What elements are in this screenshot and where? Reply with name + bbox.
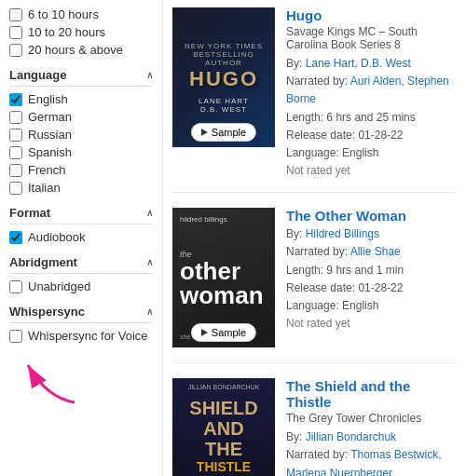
book-card-other-woman: hildred billings the otherwoman she is b… [172,208,457,363]
abridgment-section-title: Abridgment [9,255,77,269]
lang-english[interactable]: English [9,92,153,106]
whispersync-section-header: Whispersync ∧ [9,305,153,323]
abridgment-section: Abridgment ∧ Unabridged [9,255,153,293]
other-woman-info: The Other Woman By: Hildred Billings Nar… [286,208,457,347]
lang-german-checkbox[interactable] [9,111,22,124]
duration-20-plus[interactable]: 20 hours & above [9,43,153,57]
shield-title[interactable]: The Shield and the Thistle [286,378,457,410]
whispersync-section: Whispersync ∧ Whispersync for Voice [9,305,153,412]
language-section-header: Language ∧ [9,68,153,87]
duration-20-plus-label[interactable]: 20 hours & above [28,43,123,57]
other-woman-narrator-link[interactable]: Allie Shae [350,245,401,258]
other-main-title: otherwoman [180,259,267,307]
duration-6-10[interactable]: 6 to 10 hours [9,7,153,21]
hugo-release-line: Release date: 01-28-22 [286,127,457,144]
other-author-top: hildred billings [180,215,267,224]
book-cover-hugo: NEW YORK TIMES BESTSELLING AUTHOR HUGO L… [172,7,275,147]
language-section-title: Language [9,68,66,82]
whispersync-voice-label[interactable]: Whispersync for Voice [28,329,148,343]
duration-6-10-checkbox[interactable] [9,8,22,21]
format-section: Format ∧ Audiobook [9,206,153,244]
shield-info: The Shield and the Thistle The Grey Towe… [286,378,457,476]
other-woman-language-line: Language: English [286,297,457,315]
abridgment-unabridged-label[interactable]: Unabridged [28,279,90,293]
lang-italian[interactable]: Italian [9,181,153,195]
arrow-annotation [9,347,153,412]
hugo-series-cover-text: NEW YORK TIMES BESTSELLING AUTHOR [180,42,267,67]
hugo-sample-label: Sample [212,127,246,138]
hugo-sample-button[interactable]: Sample [191,123,256,142]
other-woman-narrator-line: Narrated by: Allie Shae [286,243,457,261]
lang-spanish[interactable]: Spanish [9,145,153,159]
hugo-series: Savage Kings MC – South Carolina Book Se… [286,25,457,51]
whispersync-chevron-icon: ∧ [146,306,153,317]
shield-meta: By: Jillian Bondarchuk Narrated by: Thom… [286,428,457,476]
hugo-rating: Not rated yet [286,164,457,177]
language-chevron-icon: ∧ [146,70,153,80]
hugo-title-cover: HUGO [189,67,258,91]
duration-6-10-label[interactable]: 6 to 10 hours [28,7,99,21]
other-woman-length-line: Length: 9 hrs and 1 min [286,262,457,279]
lang-french-label[interactable]: French [28,163,65,177]
shield-author-line: By: Jillian Bondarchuk [286,428,457,446]
abridgment-chevron-icon: ∧ [146,257,153,267]
shield-narrator-line: Narrated by: Thomas Bestwick, Marlena Nu… [286,446,457,476]
shield-series: The Grey Tower Chronicles [286,412,457,425]
whispersync-voice-checkbox[interactable] [9,330,22,343]
book-cover-other-woman: hildred billings the otherwoman she is b… [172,208,275,347]
hugo-author-cover: LANE HARTD.B. WEST [199,97,249,114]
lang-russian-checkbox[interactable] [9,129,22,142]
other-woman-meta: By: Hildred Billings Narrated by: Allie … [286,225,457,315]
lang-spanish-checkbox[interactable] [9,146,22,159]
shield-narrator-link[interactable]: Thomas Bestwick, Marlena Nuernberger [286,448,442,476]
abridgment-unabridged[interactable]: Unabridged [9,279,153,293]
hugo-author-link[interactable]: Lane Hart, D.B. West [306,57,411,70]
duration-10-20-label[interactable]: 10 to 20 hours [28,25,105,39]
play-icon [201,129,208,136]
format-audiobook[interactable]: Audiobook [9,230,153,244]
whispersync-voice[interactable]: Whispersync for Voice [9,329,153,343]
book-list: NEW YORK TIMES BESTSELLING AUTHOR HUGO L… [163,0,466,476]
lang-english-label[interactable]: English [28,92,68,106]
hugo-title[interactable]: Hugo [286,7,457,23]
lang-french-checkbox[interactable] [9,164,22,177]
other-woman-sample-button[interactable]: Sample [191,323,256,342]
other-woman-author-link[interactable]: Hildred Billings [306,227,379,240]
hugo-language-line: Language: English [286,144,457,162]
book-card-hugo: NEW YORK TIMES BESTSELLING AUTHOR HUGO L… [172,7,457,193]
whispersync-section-title: Whispersync [9,305,85,319]
duration-20-plus-checkbox[interactable] [9,44,22,57]
lang-italian-label[interactable]: Italian [28,181,61,195]
hugo-author-line: By: Lane Hart, D.B. West [286,55,457,73]
lang-german[interactable]: German [9,110,153,124]
hugo-narrator-line: Narrated by: Auri Alden, Stephen Borne [286,73,457,108]
other-woman-title[interactable]: The Other Woman [286,208,457,224]
duration-section: 6 to 10 hours 10 to 20 hours 20 hours & … [9,7,153,57]
lang-spanish-label[interactable]: Spanish [28,145,72,159]
hugo-length-line: Length: 6 hrs and 25 mins [286,109,457,127]
lang-english-checkbox[interactable] [9,93,22,106]
language-section: Language ∧ English German Russian Spanis… [9,68,153,195]
lang-russian-label[interactable]: Russian [28,128,72,142]
duration-10-20[interactable]: 10 to 20 hours [9,25,153,39]
format-section-title: Format [9,206,50,220]
format-audiobook-checkbox[interactable] [9,231,22,244]
format-chevron-icon: ∧ [146,208,153,218]
abridgment-section-header: Abridgment ∧ [9,255,153,274]
lang-russian[interactable]: Russian [9,128,153,142]
shield-title-cover: SHIELDANDTHE [189,398,257,459]
lang-german-label[interactable]: German [28,110,72,124]
main-container: 6 to 10 hours 10 to 20 hours 20 hours & … [0,0,466,476]
duration-10-20-checkbox[interactable] [9,26,22,39]
play-icon-2 [201,329,208,336]
shield-author-link[interactable]: Jillian Bondarchuk [306,430,396,443]
other-woman-sample-label: Sample [212,327,246,338]
sidebar: 6 to 10 hours 10 to 20 hours 20 hours & … [0,0,163,476]
other-woman-rating: Not rated yet [286,317,457,330]
lang-french[interactable]: French [9,163,153,177]
format-audiobook-label[interactable]: Audiobook [28,230,85,244]
pink-arrow-icon [9,347,93,412]
lang-italian-checkbox[interactable] [9,182,22,195]
abridgment-unabridged-checkbox[interactable] [9,280,22,293]
hugo-narrator-link[interactable]: Auri Alden, Stephen Borne [286,75,449,105]
